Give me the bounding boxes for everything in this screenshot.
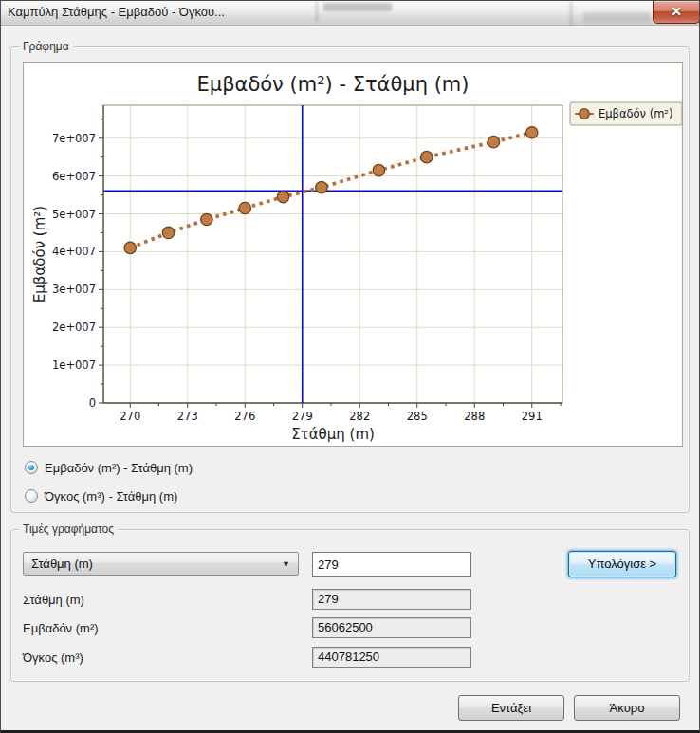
dialog-window: Καμπύλη Στάθμης - Εμβαδού - Όγκου... ✕ Γ… [0,0,700,733]
svg-text:0: 0 [89,396,96,410]
svg-text:270: 270 [120,410,140,423]
chart-groupbox: Γράφημα 27027327627928228528829101e+0072… [10,46,690,513]
radio-area-stage[interactable]: Εμβαδόν (m²) - Στάθμη (m) [25,459,193,476]
cancel-button[interactable]: Άκυρο [574,695,680,721]
chart-canvas[interactable]: 27027327627928228528829101e+0072e+0073e+… [24,63,684,448]
titlebar-glass-artifact [316,1,318,22]
radio-button-icon [25,461,38,474]
values-groupbox-label: Τιμές γραφήματος [19,522,118,536]
svg-text:288: 288 [464,410,485,423]
radio-area-stage-label: Εμβαδόν (m²) - Στάθμη (m) [45,461,193,475]
svg-text:7e+007: 7e+007 [52,132,96,145]
svg-text:4e+007: 4e+007 [52,245,96,258]
svg-text:2e+007: 2e+007 [52,321,96,334]
area-result-field: 56062500 [312,617,471,638]
svg-text:6e+007: 6e+007 [52,170,96,183]
chart-panel: 27027327627928228528829101e+0072e+0073e+… [23,62,683,447]
window-title: Καμπύλη Στάθμης - Εμβαδού - Όγκου... [8,5,225,19]
titlebar-glass-artifact [570,1,572,26]
svg-text:276: 276 [234,410,255,423]
svg-text:Εμβαδόν (m²): Εμβαδόν (m²) [31,206,48,302]
calculate-button[interactable]: Υπολόγισε > [568,551,676,577]
close-button[interactable]: ✕ [653,1,700,24]
svg-text:Στάθμη (m): Στάθμη (m) [291,426,375,443]
radio-volume-stage-label: Όγκος (m³) - Στάθμη (m) [45,489,177,504]
ok-button[interactable]: Εντάξει [458,695,564,721]
volume-result-field: 440781250 [312,647,471,668]
svg-text:291: 291 [522,410,543,423]
radio-volume-stage[interactable]: Όγκος (m³) - Στάθμη (m) [25,487,177,504]
titlebar-glass-artifact [323,3,392,11]
radio-button-icon [25,489,38,503]
title-bar[interactable]: Καμπύλη Στάθμης - Εμβαδού - Όγκου... ✕ [1,1,699,26]
variable-select[interactable]: Στάθμη (m) ▼ [23,552,299,576]
chevron-down-icon: ▼ [282,559,290,569]
stage-result-label: Στάθμη (m) [23,593,84,607]
value-input[interactable] [312,552,471,577]
area-result-label: Εμβαδόν (m²) [23,621,99,635]
values-groupbox: Τιμές γραφήματος Στάθμη (m) ▼ Υπολόγισε … [10,529,690,682]
svg-text:5e+007: 5e+007 [52,208,96,221]
svg-text:273: 273 [177,410,198,423]
volume-result-label: Όγκος (m³) [23,651,83,665]
chart-groupbox-label: Γράφημα [19,40,73,53]
svg-text:282: 282 [349,410,370,423]
svg-text:1e+007: 1e+007 [52,358,96,372]
close-icon: ✕ [671,4,682,19]
svg-text:Εμβαδόν (m²) - Στάθμη (m): Εμβαδόν (m²) - Στάθμη (m) [197,73,470,96]
svg-text:3e+007: 3e+007 [52,283,96,296]
variable-select-value: Στάθμη (m) [31,557,282,571]
stage-result-field: 279 [312,589,471,610]
titlebar-glass-artifact [583,12,650,23]
svg-text:Εμβαδόν (m²): Εμβαδόν (m²) [599,107,672,120]
svg-text:279: 279 [292,410,313,423]
svg-text:285: 285 [407,410,428,423]
